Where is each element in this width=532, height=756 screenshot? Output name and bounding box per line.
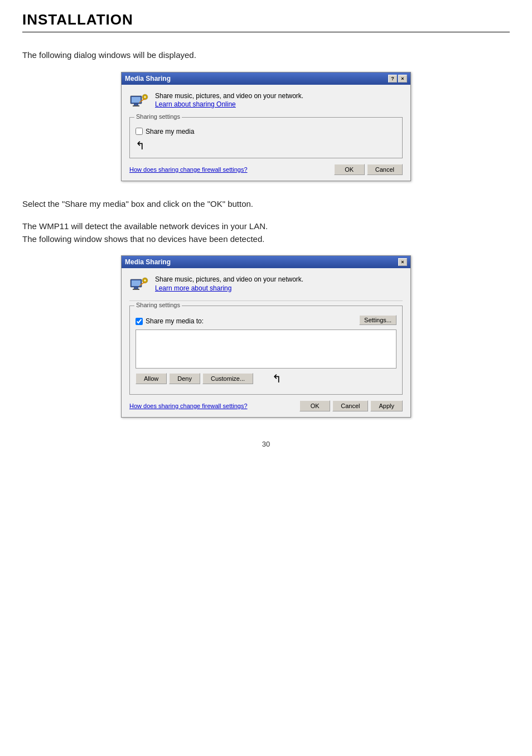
- media-share-icon-2: [129, 275, 149, 295]
- intro-text-1: The following dialog windows will be dis…: [22, 49, 510, 62]
- page-title: Installation: [22, 11, 510, 32]
- deny-btn[interactable]: Deny: [169, 373, 200, 384]
- dialog-1-cancel-btn[interactable]: Cancel: [367, 164, 403, 175]
- cursor-arrow-2: ↰: [272, 372, 282, 385]
- media-share-icon: [129, 91, 149, 112]
- dialog-2-header-link[interactable]: Learn more about sharing: [155, 284, 303, 292]
- svg-rect-6: [132, 280, 141, 286]
- dialog-1-help-btn[interactable]: ?: [388, 75, 397, 83]
- sharing-settings-label-1: Sharing settings: [134, 113, 182, 120]
- dialog-1-close-btn[interactable]: ×: [398, 75, 407, 83]
- share-my-media-checkbox-2[interactable]: [136, 318, 143, 325]
- sharing-settings-label-2: Sharing settings: [134, 302, 182, 308]
- svg-rect-1: [132, 97, 141, 103]
- share-my-media-label-2: Share my media to:: [146, 317, 204, 325]
- svg-rect-7: [134, 287, 138, 289]
- intro-text-2: Select the "Share my media" box and clic…: [22, 198, 510, 211]
- page-number: 30: [22, 440, 510, 448]
- dialog-2-header-text: Share music, pictures, and video on your…: [155, 275, 303, 284]
- dialog-1-title: Media Sharing: [125, 75, 171, 83]
- svg-rect-2: [134, 104, 138, 105]
- dialog-2-apply-btn[interactable]: Apply: [370, 400, 403, 411]
- settings-btn[interactable]: Settings...: [359, 315, 396, 325]
- dialog-2-title: Media Sharing: [125, 258, 171, 266]
- dialog-1: Media Sharing ? × Share music, pictures,…: [121, 72, 411, 181]
- share-my-media-label-1: Share my media: [146, 128, 194, 135]
- dialog-1-header-link[interactable]: Learn about sharing Online: [155, 100, 303, 108]
- customize-btn[interactable]: Customize...: [202, 373, 253, 384]
- dialog-1-ok-btn[interactable]: OK: [334, 164, 365, 175]
- cursor-arrow-1: ↰: [136, 139, 145, 152]
- allow-btn[interactable]: Allow: [136, 373, 167, 384]
- dialog-2: Media Sharing × Share music, pictures, a…: [121, 255, 411, 418]
- svg-rect-3: [133, 105, 139, 106]
- dialog-2-close-btn[interactable]: ×: [398, 258, 407, 266]
- devices-list: [136, 329, 396, 369]
- dialog-2-cancel-btn[interactable]: Cancel: [332, 400, 368, 411]
- intro-text-3: The WMP11 will detect the available netw…: [22, 220, 510, 245]
- firewall-link-1[interactable]: How does sharing change firewall setting…: [129, 166, 248, 173]
- share-my-media-checkbox-1[interactable]: [136, 128, 143, 135]
- dialog-1-titlebar: Media Sharing ? ×: [122, 72, 410, 85]
- dialog-2-titlebar: Media Sharing ×: [122, 256, 410, 268]
- dialog-1-header-text: Share music, pictures, and video on your…: [155, 91, 303, 101]
- svg-rect-8: [133, 289, 139, 290]
- firewall-link-2[interactable]: How does sharing change firewall setting…: [129, 403, 248, 409]
- dialog-2-ok-btn[interactable]: OK: [299, 400, 330, 411]
